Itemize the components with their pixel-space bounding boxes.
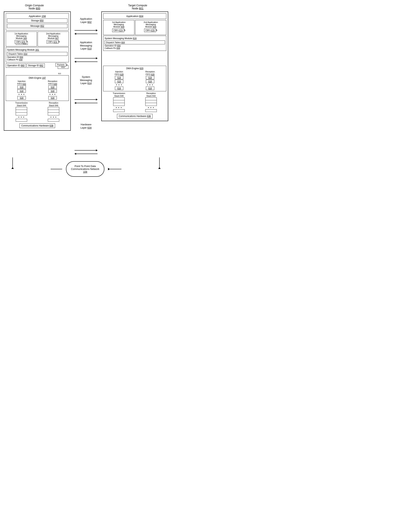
app-msg-layer-label: Application Messaging Layer 610	[80, 41, 92, 51]
top-labels: Origin Compute Node 600 Target Compute N…	[4, 4, 168, 10]
left-tx-visual	[16, 107, 27, 115]
left-sys-op-id: Operation ID 656	[7, 56, 68, 58]
arrow-row-right2	[75, 57, 98, 60]
left-rx-dots: • • •	[51, 116, 57, 118]
cloud-box: Point To Point Data Communications Netwo…	[66, 161, 104, 177]
cloud-section: Point To Point Data Communications Netwo…	[51, 157, 121, 177]
app-layer-arrows	[75, 29, 98, 35]
right-app-modules: 1st Application Messaging Module 608 CBF…	[103, 20, 166, 35]
arrow-row-right3	[75, 98, 98, 101]
right-rec-fifo-item-2: 618	[146, 80, 154, 83]
left-fifo-dots-inj: • • •	[19, 93, 25, 96]
right-tx-stack: Transmission Stack 640 • • •	[113, 92, 125, 112]
left-comm-hw-wrapper: Communications Hardware 638	[6, 123, 69, 129]
right-bottom-arrow	[158, 157, 161, 169]
right-rec-fifo-item-1: 618	[146, 76, 154, 79]
left-tx-bottom	[16, 119, 27, 122]
left-fifo-item-3: 618	[17, 96, 26, 100]
right-dma-inner: Injection FIFO 628 618 618 • • • 618 Rec…	[105, 71, 165, 90]
right-injection-fifo: Injection FIFO 628 618 618 • • • 618	[115, 71, 123, 90]
right-reception-fifo-label: FIFO 626	[146, 73, 154, 75]
left-tx-label1: Transmission	[15, 102, 28, 104]
left-app-box: Application 158 Storage 650 Message 652	[6, 13, 69, 30]
left-sys-msg-module: System Messaging Module 161 Dispatch Tab…	[6, 47, 69, 62]
right-reception-fifo: Reception FIFO 626 618 618 • • • 618	[145, 71, 155, 90]
left-vert-line	[12, 157, 13, 167]
right-vert-head-up	[158, 167, 161, 169]
right-tx-label1: Transmission	[113, 92, 125, 94]
stack-row	[113, 110, 124, 112]
sys-msg-layer-label: System Messaging Layer 614	[80, 75, 92, 85]
left-vert-head-up	[11, 167, 14, 169]
right-rx-label1: Reception	[146, 92, 156, 94]
right-stack-section: Transmission Stack 640 • • • Reception S…	[103, 92, 166, 112]
arrow-row-left3	[75, 102, 98, 104]
left-bottom-arrow	[11, 157, 14, 169]
left-horiz-line	[51, 169, 62, 169]
left-node-id: Node 600	[4, 7, 65, 10]
right-vert-line	[159, 157, 160, 167]
right-injection-label: Injection	[115, 71, 123, 73]
right-rx-stack: Reception Stack 642 • • •	[145, 92, 157, 112]
left-fifo-item-2: 618	[17, 89, 26, 93]
right-reception-label: Reception	[145, 71, 155, 73]
right-rx-bottom	[145, 109, 157, 112]
left-node-label: Origin Compute Node 600	[4, 4, 65, 10]
cloud-top-arrows: Point To Point Data Communications Netwo…	[51, 161, 121, 177]
left-injection-fifo-label: FIFO 632	[17, 83, 26, 85]
left-injection-label: Injection	[18, 80, 26, 82]
left-rx-stack: Reception Stack 646 • • •	[48, 102, 59, 122]
stack-row	[48, 112, 59, 115]
left-node-box: Application 158 Storage 650 Message 652 …	[4, 11, 71, 131]
right-tx-dots: • • •	[116, 106, 122, 109]
right-spacer	[103, 52, 166, 65]
right-sys-op-id: Operation ID 656	[105, 44, 165, 47]
right-fifo-dots-inj: • • •	[116, 83, 122, 86]
arrow-row-left2	[75, 60, 98, 63]
right-dispatch-tables: Dispatch Tables 664	[105, 41, 165, 44]
right-cb-ptr: Callback Ptr 658	[105, 47, 165, 49]
right-tx-visual	[113, 97, 125, 106]
right-tx-bottom	[113, 109, 125, 112]
stack-row	[48, 110, 59, 112]
left-message-box: Message 652	[7, 24, 68, 28]
left-app-label: Application 158	[7, 15, 68, 18]
right-app-box: Application 604	[103, 13, 166, 19]
left-storage-id-box: Storage ID 662	[27, 63, 45, 68]
left-app-modules: 1st Application Messaging Module 160 CBF…	[6, 31, 69, 46]
left-mod2: 2nd Application Messaging Module 607 CBF…	[38, 31, 69, 46]
left-cbf2-container: CBFs 672	[47, 40, 60, 45]
arrow-row-left4	[75, 152, 98, 155]
app-msg-layer-arrows	[75, 57, 98, 63]
right-rec-fifo-dots: • • •	[147, 83, 153, 86]
right-app-label: Application 604	[105, 15, 165, 18]
right-mod2: 2nd Application Messaging Module 609 CBF…	[135, 20, 166, 35]
right-node-box: Application 604 1st Application Messagin…	[101, 11, 168, 121]
left-tx-stack: Transmission Stack 644 • • •	[15, 102, 28, 122]
left-fifo-item-1: 618	[17, 85, 26, 89]
left-packets-area: 810 Packets 810	[55, 63, 69, 74]
left-cbf1-container: CBFs 670 CBFs 670	[15, 40, 28, 45]
cloud-line2: Communications Network	[71, 168, 99, 170]
left-reception-label: Reception	[48, 80, 57, 82]
cloud-line1: Point To Point Data	[71, 165, 99, 168]
cloud-line3: 108	[71, 170, 99, 173]
left-op-storage-row: Operation ID 660 Storage ID 662 810 Pack…	[6, 63, 69, 74]
right-rx-visual	[145, 97, 157, 106]
arrow-row-right4	[75, 149, 98, 152]
left-mod1: 1st Application Messaging Module 160 CBF…	[6, 31, 37, 46]
main-content: Application 158 Storage 650 Message 652 …	[4, 11, 168, 155]
left-op-storage-ids: Operation ID 660 Storage ID 662	[6, 63, 54, 68]
left-op-id-box: Operation ID 660	[6, 63, 26, 68]
left-dma-inner: Injection FIFO 632 618 618 • • • 618 Rec…	[7, 80, 68, 100]
right-arrow-head	[108, 168, 110, 170]
left-storage-message: Storage 650 Message 652	[7, 18, 68, 29]
hw-layer-arrows	[75, 149, 98, 155]
right-tx-label2: Stack 640	[114, 95, 124, 97]
right-node-id: Node 601	[107, 7, 168, 10]
left-reception-fifo: Reception FIFO 630 618 618 • • • 618	[48, 80, 57, 100]
right-cbf1-container: CBFs 674	[112, 29, 126, 34]
bottom-section: Point To Point Data Communications Netwo…	[4, 157, 168, 177]
stack-row	[145, 100, 157, 103]
stack-row	[113, 103, 124, 106]
